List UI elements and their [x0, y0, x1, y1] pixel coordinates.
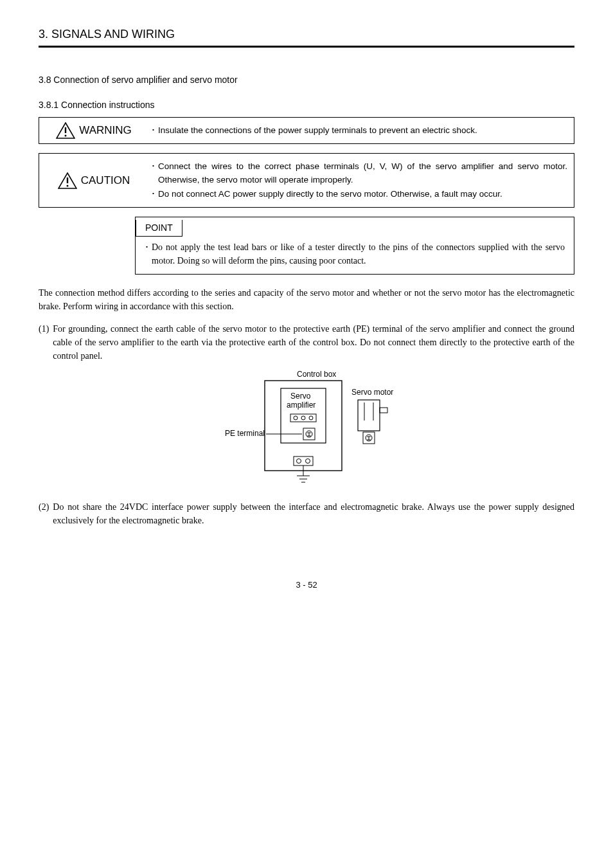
warning-label-text: WARNING	[79, 122, 132, 139]
svg-point-28	[297, 459, 301, 464]
control-box-diagram: Control box Servo amplifier PE terminal …	[200, 369, 413, 491]
caution-triangle-icon	[58, 172, 77, 189]
bullet-dot-icon: ･	[145, 240, 149, 267]
warning-box: WARNING ･ Insulate the connections of th…	[39, 117, 574, 144]
bullet-dot-icon: ･	[151, 124, 155, 137]
svg-rect-19	[380, 408, 387, 413]
point-label: POINT	[136, 220, 182, 237]
caution-label-cell: CAUTION	[39, 154, 148, 207]
svg-point-9	[294, 416, 298, 420]
caution-item: ･ Do not connect AC power supply directl…	[151, 188, 567, 201]
section-subheading: 3.8.1 Connection instructions	[39, 98, 574, 112]
svg-point-10	[301, 416, 305, 420]
warning-triangle-icon	[56, 122, 75, 139]
page-number: 3 - 52	[39, 579, 574, 592]
svg-point-11	[309, 416, 313, 420]
paragraph-text: Do not share the 24VDC interface power s…	[53, 500, 574, 527]
svg-point-2	[65, 135, 67, 137]
paragraph-number: (2)	[39, 500, 49, 527]
point-item: ･ Do not apply the test lead bars or lik…	[145, 240, 565, 267]
paragraph-text: For grounding, connect the earth cable o…	[53, 322, 574, 363]
section-heading: 3.8 Connection of servo amplifier and se…	[39, 73, 574, 87]
diagram-servo-amplifier-label-1: Servo	[290, 392, 311, 401]
caution-label-text: CAUTION	[81, 172, 130, 189]
caution-body: ･ Connect the wires to the correct phase…	[148, 154, 574, 207]
diagram-servo-amplifier-label-2: amplifier	[287, 401, 315, 410]
page-title: 3. SIGNALS AND WIRING	[39, 26, 574, 43]
bullet-dot-icon: ･	[151, 160, 155, 186]
warning-item-text: Insulate the connections of the power su…	[158, 124, 477, 137]
svg-rect-8	[290, 414, 316, 422]
caution-item-text: Do not connect AC power supply directly …	[158, 188, 502, 201]
warning-label-cell: WARNING	[39, 118, 148, 143]
diagram-servo-motor-label: Servo motor	[351, 388, 393, 397]
bullet-dot-icon: ･	[151, 188, 155, 201]
diagram-pe-terminal-label: PE terminal	[225, 429, 265, 438]
svg-point-29	[306, 459, 310, 464]
intro-paragraph: The connection method differs according …	[39, 286, 574, 313]
warning-item: ･ Insulate the connections of the power …	[151, 124, 567, 137]
diagram-control-box-label: Control box	[297, 370, 336, 379]
point-item-text: Do not apply the test lead bars or like …	[152, 240, 565, 267]
page-header: 3. SIGNALS AND WIRING	[39, 26, 574, 48]
caution-item-text: Connect the wires to the correct phase t…	[158, 160, 567, 186]
svg-rect-18	[358, 400, 380, 431]
caution-item: ･ Connect the wires to the correct phase…	[151, 160, 567, 186]
numbered-paragraph-1: (1) For grounding, connect the earth cab…	[39, 322, 574, 363]
caution-box: CAUTION ･ Connect the wires to the corre…	[39, 153, 574, 208]
numbered-paragraph-2: (2) Do not share the 24VDC interface pow…	[39, 500, 574, 527]
point-box: POINT ･ Do not apply the test lead bars …	[135, 217, 574, 275]
warning-body: ･ Insulate the connections of the power …	[148, 118, 574, 143]
paragraph-number: (1)	[39, 322, 49, 363]
point-body: ･ Do not apply the test lead bars or lik…	[145, 240, 565, 267]
diagram: Control box Servo amplifier PE terminal …	[39, 369, 574, 491]
svg-point-5	[66, 185, 68, 186]
